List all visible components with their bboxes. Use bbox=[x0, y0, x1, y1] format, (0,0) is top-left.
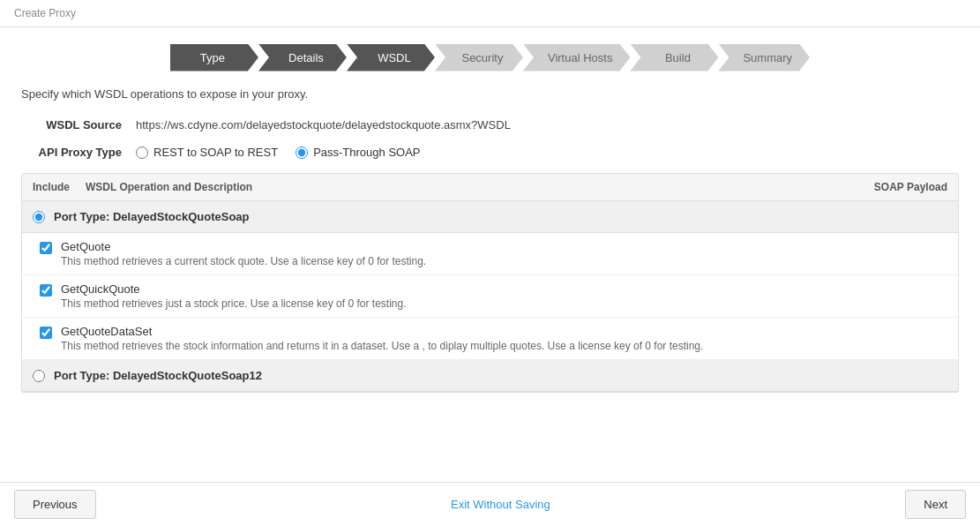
op1-name: GetQuote bbox=[61, 240, 426, 253]
exit-without-saving-link[interactable]: Exit Without Saving bbox=[451, 498, 550, 511]
wsdl-source-value: https://ws.cdyne.com/delayedstockquote/d… bbox=[136, 118, 511, 132]
op3-name: GetQuoteDataSet bbox=[61, 325, 703, 338]
step-details[interactable]: Details bbox=[258, 41, 347, 73]
op3-checkbox-container[interactable] bbox=[40, 327, 52, 342]
previous-button[interactable]: Previous bbox=[14, 490, 96, 519]
op2-name: GetQuickQuote bbox=[61, 282, 407, 296]
op2-checkbox-container[interactable] bbox=[40, 284, 52, 299]
step-virtual-hosts[interactable]: Virtual Hosts bbox=[523, 41, 630, 73]
col-include-header: Include bbox=[33, 181, 86, 193]
next-button[interactable]: Next bbox=[905, 490, 966, 519]
op3-details: GetQuoteDataSet This method retrieves th… bbox=[61, 325, 703, 352]
page-description: Specify which WSDL operations to expose … bbox=[21, 87, 959, 101]
radio-passthrough-label: Pass-Through SOAP bbox=[313, 146, 420, 159]
page-header: Create Proxy bbox=[0, 0, 980, 27]
api-proxy-type-options: REST to SOAP to REST Pass-Through SOAP bbox=[136, 146, 421, 159]
col-payload-header: SOAP Payload bbox=[850, 181, 947, 193]
step-security-label: Security bbox=[435, 44, 523, 71]
op3-desc: This method retrieves the stock informat… bbox=[61, 340, 703, 352]
operation-row-1: GetQuote This method retrieves a current… bbox=[22, 233, 958, 275]
step-build[interactable]: Build bbox=[630, 41, 718, 73]
api-proxy-type-label: API Proxy Type bbox=[21, 146, 136, 159]
table-body: Port Type: DelayedStockQuoteSoap GetQuot… bbox=[22, 201, 958, 392]
op2-checkbox[interactable] bbox=[40, 284, 52, 297]
op2-details: GetQuickQuote This method retrieves just… bbox=[61, 282, 407, 310]
radio-rest-soap[interactable] bbox=[136, 147, 148, 159]
operation-row-2: GetQuickQuote This method retrieves just… bbox=[22, 275, 958, 318]
step-details-label: Details bbox=[258, 44, 347, 71]
group2-label: Port Type: DelayedStockQuoteSoap12 bbox=[54, 369, 262, 382]
col-operation-header: WSDL Operation and Description bbox=[86, 181, 850, 193]
option-rest-soap[interactable]: REST to SOAP to REST bbox=[136, 146, 278, 159]
op1-desc: This method retrieves a current stock qu… bbox=[61, 255, 426, 267]
step-type-label: Type bbox=[170, 44, 258, 71]
group1-radio[interactable] bbox=[33, 211, 45, 223]
op1-checkbox-container[interactable] bbox=[40, 242, 52, 257]
footer: Previous Exit Without Saving Next bbox=[0, 482, 980, 526]
op2-desc: This method retrieves just a stock price… bbox=[61, 297, 407, 310]
op3-checkbox[interactable] bbox=[40, 327, 52, 339]
op1-details: GetQuote This method retrieves a current… bbox=[61, 240, 426, 267]
group-row-1[interactable]: Port Type: DelayedStockQuoteSoap bbox=[22, 201, 958, 233]
main-content: Specify which WSDL operations to expose … bbox=[0, 87, 980, 393]
step-type[interactable]: Type bbox=[170, 41, 258, 73]
op1-checkbox[interactable] bbox=[40, 242, 52, 254]
step-build-label: Build bbox=[630, 44, 718, 71]
step-summary[interactable]: Summary bbox=[718, 41, 810, 73]
table-header: Include WSDL Operation and Description S… bbox=[22, 174, 958, 201]
step-wsdl[interactable]: WSDL bbox=[347, 41, 435, 73]
page-title: Create Proxy bbox=[14, 7, 76, 19]
step-wsdl-label: WSDL bbox=[347, 44, 435, 71]
step-summary-label: Summary bbox=[718, 44, 810, 71]
wizard-steps: Type Details WSDL Security Virtual Hosts… bbox=[0, 27, 980, 87]
option-passthrough[interactable]: Pass-Through SOAP bbox=[295, 146, 420, 159]
wsdl-source-row: WSDL Source https://ws.cdyne.com/delayed… bbox=[21, 118, 959, 132]
group1-label: Port Type: DelayedStockQuoteSoap bbox=[54, 210, 250, 223]
radio-passthrough[interactable] bbox=[295, 147, 308, 159]
step-virtual-hosts-label: Virtual Hosts bbox=[523, 44, 630, 71]
operation-row-3: GetQuoteDataSet This method retrieves th… bbox=[22, 318, 958, 360]
group2-radio[interactable] bbox=[33, 370, 45, 382]
step-security[interactable]: Security bbox=[435, 41, 523, 73]
operations-table: Include WSDL Operation and Description S… bbox=[21, 173, 959, 393]
wsdl-source-label: WSDL Source bbox=[21, 118, 136, 132]
group-row-2[interactable]: Port Type: DelayedStockQuoteSoap12 bbox=[22, 360, 958, 392]
radio-rest-soap-label: REST to SOAP to REST bbox=[153, 146, 278, 159]
api-proxy-type-row: API Proxy Type REST to SOAP to REST Pass… bbox=[21, 146, 959, 159]
